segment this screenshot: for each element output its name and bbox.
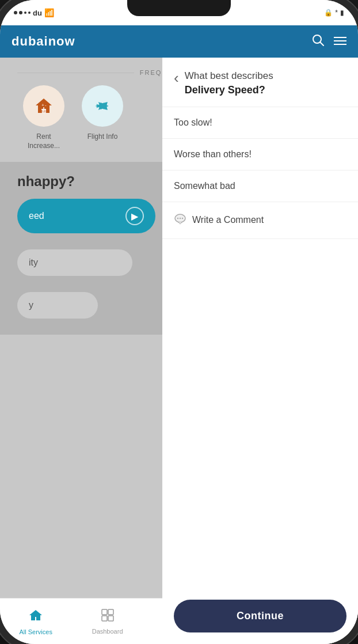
svg-text:+: + bbox=[41, 103, 44, 108]
menu-icon[interactable] bbox=[334, 34, 346, 49]
pill-arrow: ▶ bbox=[125, 207, 144, 225]
dropdown-question-prefix: What best describes bbox=[185, 70, 273, 81]
svg-point-13 bbox=[177, 218, 178, 219]
wifi-icon: 📶 bbox=[44, 8, 54, 17]
pill-active-text: eed bbox=[29, 211, 44, 221]
svg-line-1 bbox=[320, 42, 323, 46]
signal-dot-1 bbox=[14, 11, 17, 14]
pill-2-text: ity bbox=[29, 257, 38, 267]
lock-icon: 🔒 bbox=[324, 9, 333, 17]
signal-dot-3 bbox=[24, 12, 26, 14]
pill-3[interactable]: y bbox=[17, 292, 98, 319]
signal-dot-4 bbox=[28, 12, 31, 14]
dropdown-options: Too slow! Worse than others! Somewhat ba… bbox=[162, 107, 358, 239]
app-logo: dubainow bbox=[12, 34, 75, 49]
rent-increase-label: Rent Increase... bbox=[28, 132, 60, 150]
option-worse-than-others[interactable]: Worse than others! bbox=[162, 139, 358, 171]
carrier-name: du bbox=[33, 9, 42, 17]
svg-rect-17 bbox=[108, 609, 113, 615]
phone-frame: du 📶 🔒 * ▮ dubainow bbox=[0, 0, 358, 644]
pill-3-text: y bbox=[29, 300, 33, 310]
freq-item-flight-info[interactable]: Flight Info bbox=[82, 85, 123, 150]
all-services-label: All Services bbox=[19, 628, 52, 635]
battery-icon: ▮ bbox=[340, 9, 344, 17]
comment-icon bbox=[174, 213, 186, 228]
continue-button[interactable]: Continue bbox=[174, 600, 346, 632]
dropdown-title: What best describes Delivery Speed? bbox=[185, 69, 273, 97]
back-button[interactable]: ‹ bbox=[174, 70, 179, 85]
signal-dots bbox=[14, 11, 31, 14]
flight-info-label: Flight Info bbox=[87, 132, 118, 142]
svg-point-15 bbox=[182, 218, 183, 219]
dashboard-icon bbox=[101, 608, 115, 626]
status-right: 🔒 * ▮ bbox=[324, 9, 344, 17]
pill-active[interactable]: eed ▶ bbox=[17, 199, 155, 233]
search-icon[interactable] bbox=[312, 34, 325, 50]
svg-text:-: - bbox=[45, 103, 47, 108]
bluetooth-icon: * bbox=[335, 9, 338, 17]
svg-rect-16 bbox=[102, 609, 107, 615]
nav-item-all-services[interactable]: All Services bbox=[0, 608, 71, 635]
freq-item-rent-increase[interactable]: ⊞ + - Rent Increase... bbox=[23, 85, 64, 150]
logo-prefix: dubai bbox=[12, 34, 48, 48]
rent-increase-icon-circle: ⊞ + - bbox=[23, 85, 64, 127]
svg-rect-18 bbox=[102, 616, 107, 621]
dashboard-label: Dashboard bbox=[92, 628, 123, 635]
comment-label: Write a Comment bbox=[192, 215, 264, 225]
main-content: FREQUENTLY USED ⊞ bbox=[0, 58, 358, 644]
flight-info-icon-circle bbox=[82, 85, 123, 127]
status-left: du 📶 bbox=[14, 8, 54, 17]
phone-notch bbox=[127, 0, 231, 16]
freq-line-left bbox=[17, 73, 134, 73]
write-comment-option[interactable]: Write a Comment bbox=[162, 202, 358, 239]
pill-2[interactable]: ity bbox=[17, 249, 132, 276]
logo-suffix: now bbox=[48, 34, 75, 48]
continue-btn-wrap: Continue bbox=[162, 590, 358, 644]
signal-dot-2 bbox=[19, 11, 22, 14]
option-too-slow[interactable]: Too slow! bbox=[162, 107, 358, 139]
dropdown-panel: ‹ What best describes Delivery Speed? To… bbox=[162, 58, 358, 644]
home-icon bbox=[28, 608, 43, 626]
svg-rect-19 bbox=[108, 616, 113, 621]
dropdown-header: ‹ What best describes Delivery Speed? bbox=[162, 58, 358, 107]
app-header: dubainow bbox=[0, 25, 358, 58]
header-icons bbox=[312, 34, 346, 50]
option-somewhat-bad[interactable]: Somewhat bad bbox=[162, 171, 358, 202]
dropdown-question-bold: Delivery Speed? bbox=[185, 83, 273, 97]
nav-item-dashboard[interactable]: Dashboard bbox=[71, 608, 143, 635]
svg-point-14 bbox=[180, 218, 181, 219]
